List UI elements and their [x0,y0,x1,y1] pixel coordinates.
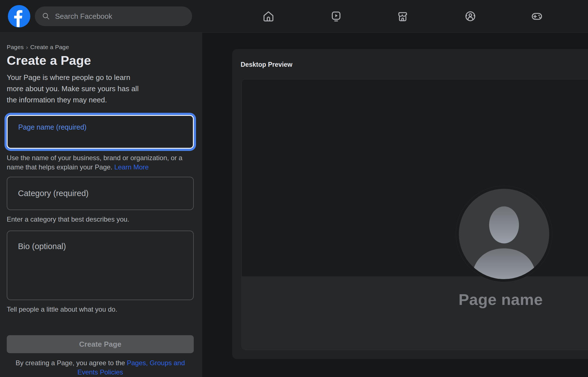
top-navigation-bar [0,0,588,33]
desktop-preview-panel: Desktop Preview Posts About Followers Ph… [232,49,588,359]
learn-more-link[interactable]: Learn More [114,163,149,171]
page-name-field[interactable]: Page name (required) [7,115,194,149]
preview-page-name: Page name [459,290,543,309]
groups-icon [464,10,477,23]
preview-title: Desktop Preview [241,61,292,68]
intro-line-3: the information they may need. [7,94,194,105]
marketplace-icon [396,10,409,23]
page-name-helper-text: Use the name of your business, brand or … [7,153,194,172]
search-input[interactable] [55,12,189,21]
facebook-search-bar[interactable] [35,6,192,26]
person-icon [459,189,549,279]
breadcrumb: Pages›Create a Page [7,44,194,50]
breadcrumb-pages-link[interactable]: Pages [7,44,24,50]
nav-groups-tab[interactable] [453,0,487,33]
home-icon [262,10,275,23]
bio-helper-text: Tell people a little about what you do. [7,305,194,314]
gaming-icon [530,10,544,23]
page-title: Create a Page [7,53,194,68]
bio-field[interactable] [7,231,194,300]
profile-picture-placeholder [456,186,552,282]
create-page-button[interactable]: Create Page [7,335,194,353]
intro-text: Your Page is where people go to learn mo… [7,72,194,105]
watch-icon [330,10,343,23]
search-icon [42,12,51,21]
terms-prefix: By creating a Page, you agree to the [15,359,127,367]
page-info-section: Posts About Followers Photos Videos More [242,276,588,350]
page-name-field-label: Page name (required) [18,123,86,131]
intro-line-1: Your Page is where people go to learn [7,72,194,83]
create-page-form-panel: Pages›Create a Page Create a Page Your P… [0,33,202,377]
page-preview-card: Posts About Followers Photos Videos More [241,79,588,350]
nav-home-tab[interactable] [252,0,285,33]
nav-watch-tab[interactable] [319,0,353,33]
terms-text: By creating a Page, you agree to the Pag… [7,358,194,377]
category-helper-text: Enter a category that best describes you… [7,215,194,224]
category-field[interactable] [7,177,194,210]
breadcrumb-separator: › [26,44,28,50]
nav-marketplace-tab[interactable] [386,0,420,33]
intro-line-2: more about you. Make sure yours has all [7,83,194,94]
page-name-helper-body: Use the name of your business, brand or … [7,154,183,171]
breadcrumb-current: Create a Page [30,44,69,50]
facebook-logo-icon[interactable] [8,5,30,27]
nav-gaming-tab[interactable] [520,0,554,33]
